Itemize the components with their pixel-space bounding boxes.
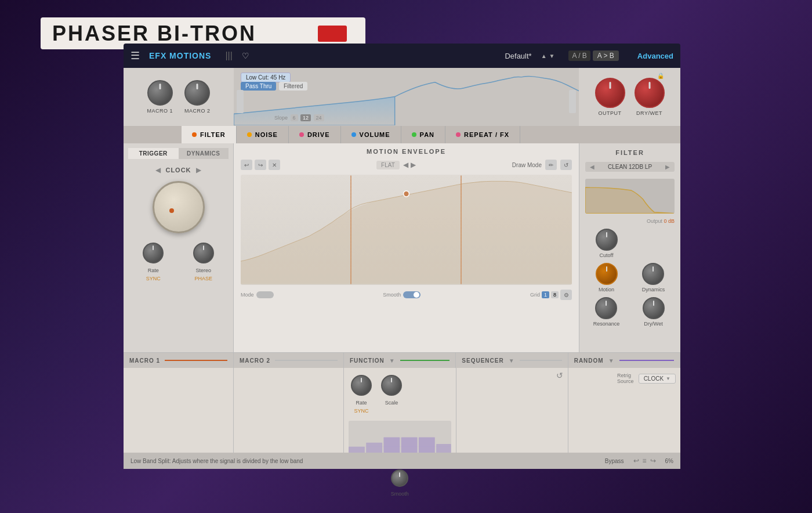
noise-tab-label: NOISE: [255, 131, 278, 138]
filter-curve-svg: [585, 179, 675, 214]
analyzer-section: MACRO 1 MACRO 2 Low Cut: 45 Hz Pass Thru…: [124, 68, 680, 126]
macro1-col: [124, 368, 234, 460]
sequencer-header-label: SEQUENCER: [462, 357, 503, 364]
draw-mode-btn1[interactable]: ✏: [545, 160, 557, 170]
output-knob[interactable]: [595, 78, 625, 108]
advanced-button[interactable]: Advanced: [637, 52, 673, 60]
bottom-header-random: RANDOM ▼: [568, 353, 680, 368]
main-content: TRIGGER DYNAMICS ◀ CLOCK ▶ Rate SYNC Ste…: [124, 143, 680, 352]
seq-rate-container: Rate SYNC: [351, 375, 372, 414]
clock-badge[interactable]: CLOCK ▼: [639, 374, 676, 384]
heart-icon[interactable]: ♡: [242, 51, 249, 60]
menu-icon[interactable]: ☰: [130, 49, 140, 62]
tab-bar: FILTER NOISE DRIVE VOLUME PAN REPEAT / F…: [124, 126, 680, 143]
eq-left-handle[interactable]: [237, 90, 244, 113]
resonance-knob[interactable]: [595, 297, 617, 319]
random-header-label: RANDOM: [574, 357, 604, 364]
stereo-knob[interactable]: [193, 243, 214, 263]
macro1-knob[interactable]: [147, 80, 173, 106]
tab-noise[interactable]: NOISE: [237, 126, 289, 143]
clock-dial[interactable]: [153, 181, 205, 233]
drywet-filter-knob[interactable]: [643, 297, 665, 319]
global-undo[interactable]: ↩: [633, 457, 639, 465]
random-dropdown-arrow[interactable]: ▼: [608, 357, 615, 364]
redo-btn[interactable]: ↪: [255, 160, 266, 170]
next-arrow[interactable]: ▼: [549, 53, 555, 59]
clock-selector: ◀ CLOCK ▶: [128, 166, 229, 174]
seq-rate-label: Rate: [356, 400, 367, 406]
flat-button[interactable]: FLAT: [376, 161, 400, 169]
rate-knob[interactable]: [143, 243, 164, 263]
seq-rate-knob[interactable]: [351, 375, 372, 396]
status-text: Low Band Split: Adjusts where the signal…: [130, 458, 596, 464]
slope-6[interactable]: 6: [291, 114, 298, 121]
undo-buttons: ↩ ↪ ✕: [241, 160, 280, 170]
mode-toggle[interactable]: [256, 291, 274, 298]
preset-name[interactable]: Default*: [505, 52, 531, 60]
pan-dot: [412, 132, 416, 137]
nav-left[interactable]: ◀: [403, 161, 408, 169]
macro-knobs: MACRO 1 MACRO 2: [124, 68, 234, 126]
envelope-bottom: Mode Smooth Grid 1 8 ⚙: [241, 290, 572, 300]
tab-drive[interactable]: DRIVE: [289, 126, 341, 143]
grid-8[interactable]: 8: [551, 291, 559, 298]
undo-redo-group: ↩ ≡ ↪: [633, 457, 656, 465]
draw-mode-btn2[interactable]: ↺: [560, 160, 572, 170]
sequencer-dropdown-arrow[interactable]: ▼: [509, 357, 515, 364]
clock-next[interactable]: ▶: [196, 166, 201, 174]
macro1-container: MACRO 1: [147, 80, 173, 114]
filter-selector[interactable]: ◀ CLEAN 12DB LP ▶: [585, 162, 675, 172]
random-col: Retrig Source CLOCK ▼: [568, 368, 680, 460]
filter-prev-arrow[interactable]: ◀: [590, 164, 594, 170]
undo-btn[interactable]: ↩: [241, 160, 252, 170]
ab-transfer[interactable]: A > B: [593, 50, 619, 61]
macro2-col: [234, 368, 344, 460]
bypass-button[interactable]: Bypass: [605, 458, 624, 464]
bottom-header-macro1: MACRO 1: [124, 353, 234, 368]
tab-pan[interactable]: PAN: [401, 126, 445, 143]
seq-scale-knob[interactable]: [381, 375, 402, 396]
repeat-dot: [456, 132, 461, 137]
motion-envelope-title: MOTION ENVELOPE: [241, 148, 572, 155]
clock-prev[interactable]: ◀: [155, 166, 161, 174]
dynamics-knob[interactable]: [642, 263, 664, 285]
slope-12[interactable]: 12: [300, 114, 311, 121]
clear-btn[interactable]: ✕: [269, 160, 280, 170]
smooth-toggle[interactable]: [403, 291, 420, 298]
smooth-row: Smooth: [349, 469, 451, 497]
clock-label: CLOCK: [165, 167, 191, 174]
dynamics-tab[interactable]: DYNAMICS: [179, 148, 229, 159]
tab-repeat[interactable]: REPEAT / FX: [445, 126, 520, 143]
status-bar: Low Band Split: Adjusts where the signal…: [124, 453, 680, 469]
tab-volume[interactable]: VOLUME: [341, 126, 401, 143]
ab-btn[interactable]: A / B: [568, 50, 590, 61]
smooth-knob[interactable]: [391, 469, 408, 487]
envelope-display: [241, 175, 572, 285]
grid-1[interactable]: 1: [542, 291, 549, 298]
macro2-knob[interactable]: [184, 80, 210, 106]
drywet-knob[interactable]: [635, 78, 665, 108]
trigger-tab[interactable]: TRIGGER: [128, 148, 179, 159]
filter-next-arrow[interactable]: ▶: [665, 164, 670, 170]
lock-icon[interactable]: 🔒: [657, 73, 664, 79]
nav-arrows: ▲ ▼: [541, 53, 555, 59]
bottom-headers: MACRO 1 MACRO 2 FUNCTION ▼ SEQUENCER ▼ R…: [124, 353, 680, 368]
grid-options-btn[interactable]: ⚙: [560, 290, 572, 300]
macro2-header-label: MACRO 2: [240, 357, 270, 364]
filter-curve-display: [585, 179, 675, 214]
bottom-content: Rate SYNC Scale: [124, 368, 680, 460]
global-redo[interactable]: ↪: [650, 457, 656, 465]
volume-tab-label: VOLUME: [360, 131, 390, 138]
phase-label: PHASE: [194, 276, 212, 281]
function-dropdown-arrow[interactable]: ▼: [389, 357, 396, 364]
global-options[interactable]: ≡: [643, 457, 647, 465]
prev-arrow[interactable]: ▲: [541, 53, 547, 59]
center-panel: MOTION ENVELOPE ↩ ↪ ✕ FLAT ◀ ▶ Draw Mode…: [234, 143, 579, 352]
nav-right[interactable]: ▶: [411, 161, 416, 169]
tab-filter[interactable]: FILTER: [182, 126, 237, 143]
cutoff-knob[interactable]: [596, 229, 618, 251]
slope-24[interactable]: 24: [314, 114, 324, 121]
refresh-icon[interactable]: ↺: [556, 371, 563, 380]
motion-knob[interactable]: [596, 263, 618, 285]
eq-right-handle[interactable]: [569, 90, 576, 113]
